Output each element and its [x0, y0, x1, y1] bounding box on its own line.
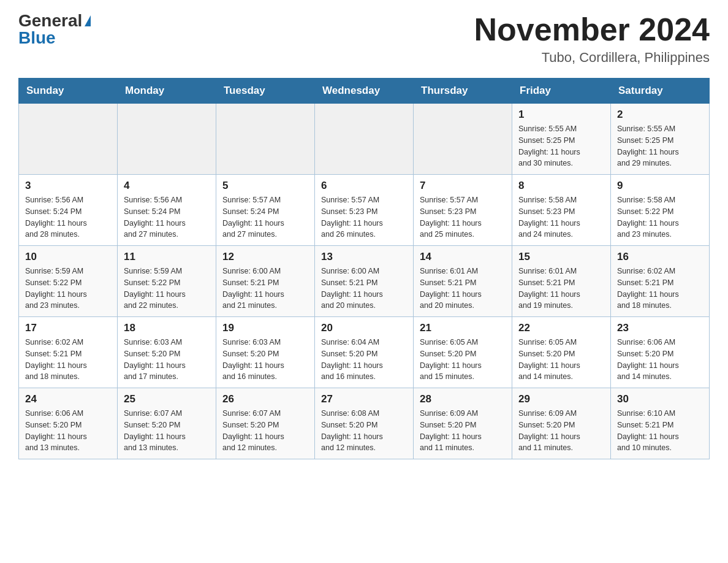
calendar-cell: 5Sunrise: 5:57 AMSunset: 5:24 PMDaylight…: [216, 175, 315, 246]
day-info: Sunrise: 6:10 AMSunset: 5:21 PMDaylight:…: [617, 408, 703, 454]
calendar-cell: 26Sunrise: 6:07 AMSunset: 5:20 PMDayligh…: [216, 388, 315, 459]
day-info: Sunrise: 6:05 AMSunset: 5:20 PMDaylight:…: [420, 337, 506, 383]
calendar-table: SundayMondayTuesdayWednesdayThursdayFrid…: [18, 78, 710, 459]
day-number: 24: [25, 393, 111, 405]
day-number: 21: [420, 322, 506, 334]
calendar-cell: 20Sunrise: 6:04 AMSunset: 5:20 PMDayligh…: [315, 317, 414, 388]
day-number: 17: [25, 322, 111, 334]
day-info: Sunrise: 6:03 AMSunset: 5:20 PMDaylight:…: [124, 337, 210, 383]
day-info: Sunrise: 5:59 AMSunset: 5:22 PMDaylight:…: [25, 266, 111, 312]
calendar-cell: [118, 104, 216, 175]
day-number: 10: [25, 251, 111, 263]
day-info: Sunrise: 6:01 AMSunset: 5:21 PMDaylight:…: [420, 266, 506, 312]
day-number: 27: [321, 393, 407, 405]
day-info: Sunrise: 5:56 AMSunset: 5:24 PMDaylight:…: [25, 194, 111, 240]
calendar-cell: 18Sunrise: 6:03 AMSunset: 5:20 PMDayligh…: [118, 317, 216, 388]
day-info: Sunrise: 5:58 AMSunset: 5:23 PMDaylight:…: [518, 194, 604, 240]
day-number: 20: [321, 322, 407, 334]
weekday-header-friday: Friday: [512, 79, 611, 104]
day-number: 13: [321, 251, 407, 263]
calendar-week-row: 1Sunrise: 5:55 AMSunset: 5:25 PMDaylight…: [19, 104, 710, 175]
day-number: 16: [617, 251, 703, 263]
calendar-cell: 1Sunrise: 5:55 AMSunset: 5:25 PMDaylight…: [512, 104, 611, 175]
day-number: 23: [617, 322, 703, 334]
calendar-cell: 15Sunrise: 6:01 AMSunset: 5:21 PMDayligh…: [512, 246, 611, 317]
calendar-cell: 16Sunrise: 6:02 AMSunset: 5:21 PMDayligh…: [611, 246, 710, 317]
calendar-cell: 4Sunrise: 5:56 AMSunset: 5:24 PMDaylight…: [118, 175, 216, 246]
day-number: 12: [222, 251, 308, 263]
calendar-cell: [216, 104, 315, 175]
weekday-header-tuesday: Tuesday: [216, 79, 315, 104]
weekday-header-monday: Monday: [118, 79, 216, 104]
calendar-cell: 28Sunrise: 6:09 AMSunset: 5:20 PMDayligh…: [414, 388, 512, 459]
day-info: Sunrise: 5:57 AMSunset: 5:23 PMDaylight:…: [321, 194, 407, 240]
day-number: 2: [617, 109, 703, 121]
day-info: Sunrise: 5:55 AMSunset: 5:25 PMDaylight:…: [617, 123, 703, 169]
calendar-cell: 27Sunrise: 6:08 AMSunset: 5:20 PMDayligh…: [315, 388, 414, 459]
day-info: Sunrise: 6:09 AMSunset: 5:20 PMDaylight:…: [420, 408, 506, 454]
day-info: Sunrise: 5:55 AMSunset: 5:25 PMDaylight:…: [518, 123, 604, 169]
day-number: 11: [124, 251, 210, 263]
calendar-cell: [315, 104, 414, 175]
day-info: Sunrise: 6:01 AMSunset: 5:21 PMDaylight:…: [518, 266, 604, 312]
calendar-cell: [414, 104, 512, 175]
day-number: 28: [420, 393, 506, 405]
calendar-week-row: 3Sunrise: 5:56 AMSunset: 5:24 PMDaylight…: [19, 175, 710, 246]
day-info: Sunrise: 6:03 AMSunset: 5:20 PMDaylight:…: [222, 337, 308, 383]
day-info: Sunrise: 5:57 AMSunset: 5:24 PMDaylight:…: [222, 194, 308, 240]
day-info: Sunrise: 5:56 AMSunset: 5:24 PMDaylight:…: [124, 194, 210, 240]
calendar-cell: 29Sunrise: 6:09 AMSunset: 5:20 PMDayligh…: [512, 388, 611, 459]
calendar-cell: 22Sunrise: 6:05 AMSunset: 5:20 PMDayligh…: [512, 317, 611, 388]
day-number: 4: [124, 180, 210, 192]
day-info: Sunrise: 5:57 AMSunset: 5:23 PMDaylight:…: [420, 194, 506, 240]
day-number: 14: [420, 251, 506, 263]
day-info: Sunrise: 6:09 AMSunset: 5:20 PMDaylight:…: [518, 408, 604, 454]
weekday-header-row: SundayMondayTuesdayWednesdayThursdayFrid…: [19, 79, 710, 104]
calendar-cell: 17Sunrise: 6:02 AMSunset: 5:21 PMDayligh…: [19, 317, 118, 388]
day-info: Sunrise: 6:07 AMSunset: 5:20 PMDaylight:…: [124, 408, 210, 454]
weekday-header-saturday: Saturday: [611, 79, 710, 104]
day-info: Sunrise: 6:06 AMSunset: 5:20 PMDaylight:…: [25, 408, 111, 454]
calendar-cell: 10Sunrise: 5:59 AMSunset: 5:22 PMDayligh…: [19, 246, 118, 317]
month-title: November 2024: [474, 12, 710, 47]
day-number: 15: [518, 251, 604, 263]
day-info: Sunrise: 6:00 AMSunset: 5:21 PMDaylight:…: [321, 266, 407, 312]
day-number: 1: [518, 109, 604, 121]
day-number: 19: [222, 322, 308, 334]
weekday-header-thursday: Thursday: [414, 79, 512, 104]
day-info: Sunrise: 6:04 AMSunset: 5:20 PMDaylight:…: [321, 337, 407, 383]
logo: General Blue: [18, 12, 91, 47]
calendar-cell: 6Sunrise: 5:57 AMSunset: 5:23 PMDaylight…: [315, 175, 414, 246]
day-info: Sunrise: 6:00 AMSunset: 5:21 PMDaylight:…: [222, 266, 308, 312]
calendar-cell: 11Sunrise: 5:59 AMSunset: 5:22 PMDayligh…: [118, 246, 216, 317]
day-info: Sunrise: 6:02 AMSunset: 5:21 PMDaylight:…: [617, 266, 703, 312]
calendar-cell: 13Sunrise: 6:00 AMSunset: 5:21 PMDayligh…: [315, 246, 414, 317]
page-header: General Blue November 2024 Tubo, Cordill…: [18, 12, 710, 66]
day-number: 6: [321, 180, 407, 192]
day-info: Sunrise: 5:58 AMSunset: 5:22 PMDaylight:…: [617, 194, 703, 240]
calendar-cell: 7Sunrise: 5:57 AMSunset: 5:23 PMDaylight…: [414, 175, 512, 246]
calendar-week-row: 10Sunrise: 5:59 AMSunset: 5:22 PMDayligh…: [19, 246, 710, 317]
weekday-header-sunday: Sunday: [19, 79, 118, 104]
calendar-cell: 30Sunrise: 6:10 AMSunset: 5:21 PMDayligh…: [611, 388, 710, 459]
day-number: 29: [518, 393, 604, 405]
calendar-cell: 9Sunrise: 5:58 AMSunset: 5:22 PMDaylight…: [611, 175, 710, 246]
day-number: 7: [420, 180, 506, 192]
calendar-cell: 3Sunrise: 5:56 AMSunset: 5:24 PMDaylight…: [19, 175, 118, 246]
title-area: November 2024 Tubo, Cordillera, Philippi…: [474, 12, 710, 66]
day-info: Sunrise: 6:05 AMSunset: 5:20 PMDaylight:…: [518, 337, 604, 383]
calendar-cell: 14Sunrise: 6:01 AMSunset: 5:21 PMDayligh…: [414, 246, 512, 317]
logo-general-text: General: [18, 12, 82, 29]
day-number: 25: [124, 393, 210, 405]
calendar-cell: 8Sunrise: 5:58 AMSunset: 5:23 PMDaylight…: [512, 175, 611, 246]
day-number: 22: [518, 322, 604, 334]
logo-blue-text: Blue: [18, 29, 56, 47]
logo-triangle-icon: [85, 15, 91, 26]
calendar-cell: 21Sunrise: 6:05 AMSunset: 5:20 PMDayligh…: [414, 317, 512, 388]
calendar-cell: 2Sunrise: 5:55 AMSunset: 5:25 PMDaylight…: [611, 104, 710, 175]
day-number: 9: [617, 180, 703, 192]
day-number: 18: [124, 322, 210, 334]
weekday-header-wednesday: Wednesday: [315, 79, 414, 104]
calendar-cell: 23Sunrise: 6:06 AMSunset: 5:20 PMDayligh…: [611, 317, 710, 388]
day-number: 30: [617, 393, 703, 405]
